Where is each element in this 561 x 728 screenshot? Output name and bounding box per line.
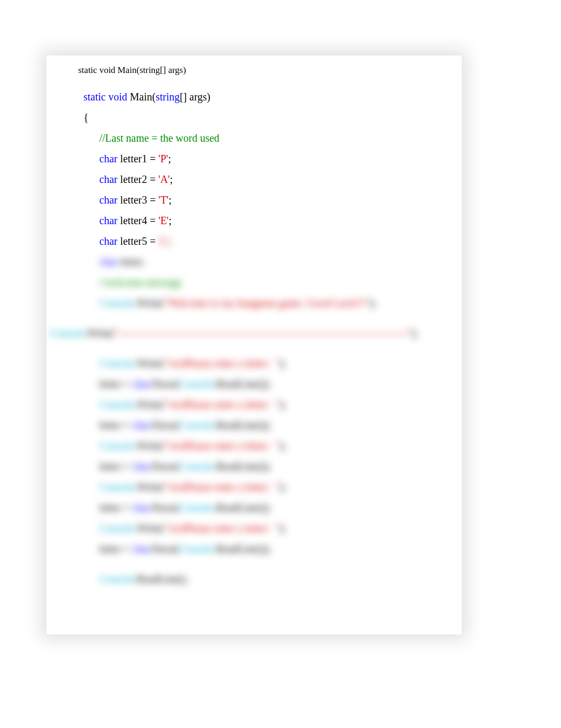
code-comment-1: //Last name = the word used bbox=[83, 133, 446, 143]
blurred-code-block: char letter; //welcome message Console.W… bbox=[62, 256, 446, 584]
document-page: static void Main(string[] args) static v… bbox=[46, 56, 462, 634]
code-letter5: char letter5 = 'L'; bbox=[83, 236, 446, 246]
code-enter-5: Console.Write("\n\nPlease enter a letter… bbox=[83, 523, 446, 533]
code-letter-decl: char letter; bbox=[83, 256, 446, 267]
code-enter-4: Console.Write("\n\nPlease enter a letter… bbox=[83, 482, 446, 492]
code-letter4: char letter4 = 'E'; bbox=[83, 215, 446, 226]
code-readline-final: Console.ReadLine(); bbox=[83, 574, 446, 584]
code-letter1: char letter1 = 'P'; bbox=[83, 153, 446, 164]
code-signature: static void Main(string[] args) bbox=[83, 91, 446, 102]
code-dashes: Console.Write("-------------------------… bbox=[50, 328, 446, 338]
code-enter-2: Console.Write("\n\nPlease enter a letter… bbox=[83, 399, 446, 410]
code-letter3: char letter3 = 'T'; bbox=[83, 195, 446, 205]
code-brace-open: { bbox=[83, 112, 446, 123]
code-letter2: char letter2 = 'A'; bbox=[83, 174, 446, 185]
code-enter-1: Console.Write("\n\nPlease enter a letter… bbox=[83, 358, 446, 368]
code-assign-4: letter = char.Parse(Console.ReadLine()); bbox=[83, 502, 446, 513]
code-enter-3: Console.Write("\n\nPlease enter a letter… bbox=[83, 440, 446, 451]
code-welcome: Console.Write("Welcome to my hangman gam… bbox=[83, 298, 446, 308]
code-assign-2: letter = char.Parse(Console.ReadLine()); bbox=[83, 420, 446, 430]
code-comment-2: //welcome message bbox=[83, 277, 446, 288]
code-assign-5: letter = char.Parse(Console.ReadLine()); bbox=[83, 543, 446, 554]
page-header: static void Main(string[] args) bbox=[78, 65, 446, 76]
code-assign-1: letter = char.Parse(Console.ReadLine()); bbox=[83, 379, 446, 389]
code-assign-3: letter = char.Parse(Console.ReadLine()); bbox=[83, 461, 446, 472]
